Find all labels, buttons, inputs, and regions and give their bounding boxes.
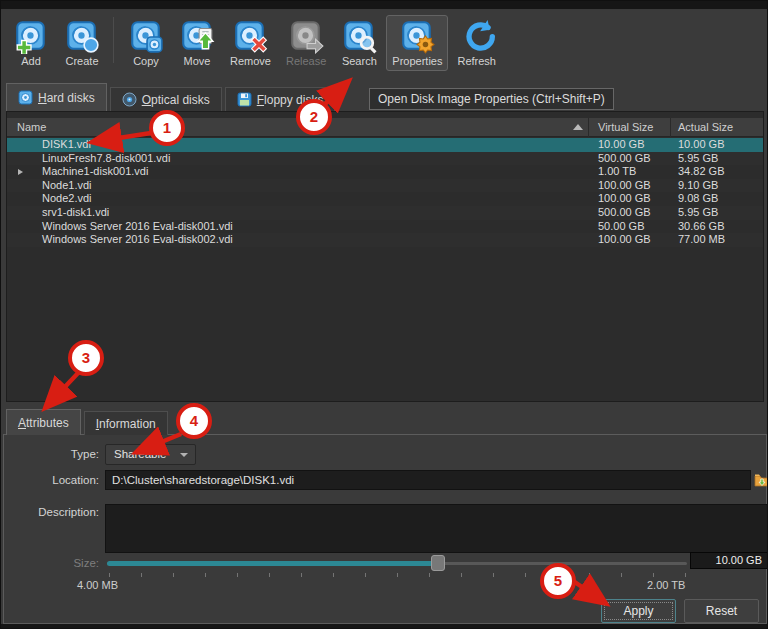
apply-button[interactable]: Apply	[601, 599, 676, 623]
svg-text:4: 4	[190, 412, 199, 429]
size-min-label: 4.00 MB	[77, 579, 118, 591]
column-header-virtual-size[interactable]: Virtual Size	[598, 118, 653, 137]
optical-disk-icon	[122, 92, 137, 107]
disk-properties-icon	[399, 18, 435, 54]
virtual-size-cell: 500.00 GB	[598, 206, 651, 220]
actual-size-cell: 5.95 GB	[678, 152, 718, 166]
size-label: Size:	[4, 557, 99, 569]
disk-name-cell: srv1-disk1.vdi	[42, 206, 109, 220]
folder-icon	[754, 472, 768, 488]
description-label: Description:	[4, 506, 99, 518]
toolbar-separator	[113, 17, 114, 63]
details-tabbar: AttributesInformation	[6, 409, 168, 435]
slider-handle[interactable]	[431, 555, 445, 571]
properties-button[interactable]: Properties	[386, 15, 448, 71]
table-row[interactable]: Node2.vdi100.00 GB9.08 GB	[7, 192, 763, 206]
actual-size-cell: 5.95 GB	[678, 206, 718, 220]
refresh-icon	[459, 18, 495, 54]
disk-add-icon	[13, 18, 49, 54]
table-header-row: Name Virtual Size Actual Size	[7, 118, 763, 137]
virtual-size-cell: 100.00 GB	[598, 192, 651, 206]
move-button[interactable]: Move	[173, 15, 221, 71]
window-bottom-edge	[1, 624, 768, 629]
table-row[interactable]: srv1-disk1.vdi500.00 GB5.95 GB	[7, 206, 763, 220]
actual-size-cell: 34.82 GB	[678, 165, 724, 179]
tab-floppy-disks[interactable]: Floppy disks	[225, 87, 336, 111]
location-label: Location:	[4, 474, 99, 486]
reset-button[interactable]: Reset	[684, 599, 759, 623]
table-row[interactable]: LinuxFresh7.8-disk001.vdi500.00 GB5.95 G…	[7, 152, 763, 166]
disk-name-cell: Node2.vdi	[42, 192, 92, 206]
disk-name-cell: DISK1.vdi	[42, 138, 91, 152]
table-row[interactable]: DISK1.vdi10.00 GB10.00 GB	[7, 138, 763, 152]
column-header-name[interactable]: Name	[17, 118, 46, 137]
actual-size-cell: 30.66 GB	[678, 220, 724, 234]
table-row[interactable]: Windows Server 2016 Eval-disk001.vdi50.0…	[7, 220, 763, 234]
disk-copy-icon	[128, 18, 164, 54]
add-button[interactable]: Add	[7, 15, 55, 71]
media-type-tabbar: Hard disksOptical disksFloppy disks	[6, 83, 335, 111]
table-row[interactable]: Machine1-disk001.vdi1.00 TB34.82 GB	[7, 165, 763, 179]
description-textarea[interactable]	[105, 504, 768, 553]
table-row[interactable]: Node1.vdi100.00 GB9.10 GB	[7, 179, 763, 193]
remove-button[interactable]: Remove	[224, 15, 277, 71]
tab-hard-disks[interactable]: Hard disks	[6, 83, 107, 111]
actual-size-cell: 9.08 GB	[678, 192, 718, 206]
disk-release-icon	[288, 18, 324, 54]
table-body: DISK1.vdi10.00 GB10.00 GBLinuxFresh7.8-d…	[7, 138, 763, 247]
media-table: Name Virtual Size Actual Size DISK1.vdi1…	[6, 111, 764, 402]
callout-4: 4	[178, 405, 210, 437]
actual-size-cell: 9.10 GB	[678, 179, 718, 193]
hard-disk-icon	[18, 90, 33, 105]
virtual-size-cell: 1.00 TB	[598, 165, 636, 179]
disk-name-cell: Windows Server 2016 Eval-disk002.vdi	[42, 233, 233, 247]
create-button[interactable]: Create	[58, 15, 106, 71]
attributes-pane: Type: Shareable Location: D:\Cluster\sha…	[3, 434, 767, 624]
type-label: Type:	[4, 448, 99, 460]
toolbar: AddCreateCopyMoveRemoveReleaseSearchProp…	[1, 9, 768, 83]
window-top-edge	[1, 1, 768, 9]
actual-size-cell: 77.00 MB	[678, 233, 725, 247]
disk-name-cell: Windows Server 2016 Eval-disk001.vdi	[42, 220, 233, 234]
tab-optical-disks[interactable]: Optical disks	[110, 87, 222, 111]
virtual-size-cell: 100.00 GB	[598, 233, 651, 247]
disk-remove-icon	[232, 18, 268, 54]
virtual-media-manager-window: AddCreateCopyMoveRemoveReleaseSearchProp…	[0, 0, 768, 629]
sort-ascending-icon	[573, 124, 583, 130]
size-max-label: 2.00 TB	[647, 579, 685, 591]
disk-move-icon	[179, 18, 215, 54]
virtual-size-cell: 500.00 GB	[598, 152, 651, 166]
virtual-size-cell: 100.00 GB	[598, 179, 651, 193]
virtual-size-cell: 10.00 GB	[598, 138, 644, 152]
disk-search-icon	[341, 18, 377, 54]
disk-name-cell: Machine1-disk001.vdi	[42, 165, 148, 179]
chevron-down-icon	[180, 453, 188, 457]
location-input[interactable]: D:\Cluster\sharedstorage\DISK1.vdi	[105, 470, 751, 490]
actual-size-cell: 10.00 GB	[678, 138, 724, 152]
disk-create-icon	[64, 18, 100, 54]
virtual-size-cell: 50.00 GB	[598, 220, 644, 234]
expander-icon[interactable]	[18, 169, 23, 175]
disk-name-cell: LinuxFresh7.8-disk001.vdi	[42, 152, 170, 166]
refresh-button[interactable]: Refresh	[451, 15, 502, 71]
tab-attributes[interactable]: Attributes	[6, 409, 81, 435]
properties-tooltip: Open Disk Image Properties (Ctrl+Shift+P…	[369, 88, 614, 110]
floppy-disk-icon	[237, 92, 252, 107]
release-button: Release	[280, 15, 332, 71]
browse-location-button[interactable]	[754, 472, 768, 488]
size-value-box: 10.00 GB	[690, 552, 768, 569]
search-button[interactable]: Search	[335, 15, 383, 71]
disk-name-cell: Node1.vdi	[42, 179, 92, 193]
tab-information[interactable]: Information	[84, 411, 168, 435]
size-slider[interactable]	[107, 555, 687, 573]
type-dropdown[interactable]: Shareable	[105, 444, 196, 465]
copy-button[interactable]: Copy	[122, 15, 170, 71]
table-row[interactable]: Windows Server 2016 Eval-disk002.vdi100.…	[7, 233, 763, 247]
column-header-actual-size[interactable]: Actual Size	[678, 118, 733, 137]
